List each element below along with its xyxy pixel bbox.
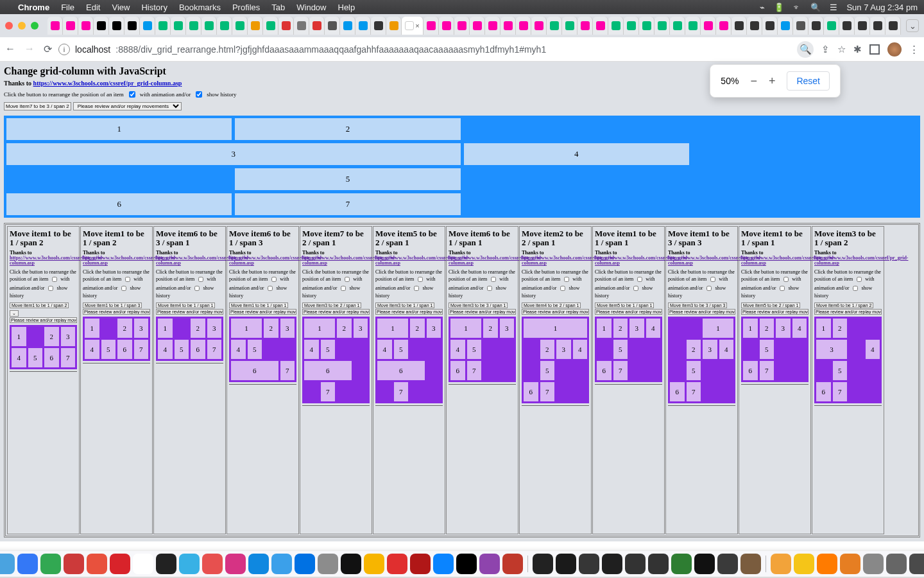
panel-move-button[interactable]: Move item4 to be 1 / span 1: [156, 302, 215, 308]
panel-move-button[interactable]: Move item5 to be 1 / span 1: [595, 302, 654, 308]
panel-anim-checkbox[interactable]: [564, 277, 569, 282]
panel-anim-checkbox[interactable]: [491, 277, 496, 282]
browser-tab[interactable]: [248, 17, 263, 35]
browser-tab[interactable]: [716, 17, 732, 35]
browser-tab[interactable]: [516, 17, 531, 35]
thanks-link[interactable]: https://www.w3schools.com/cssref/pr_grid…: [33, 80, 182, 87]
panel-replay-select[interactable]: Please review and/or replay movemt: [229, 309, 296, 315]
panel-replay-select[interactable]: Please review and/or replay movemt: [449, 309, 516, 315]
panel-move-button[interactable]: Move item1 to be 1 / span 3: [83, 302, 142, 308]
browser-tab[interactable]: [109, 17, 124, 35]
chrome-menu-icon[interactable]: ⋮: [909, 44, 919, 55]
browser-tab[interactable]: [124, 17, 140, 35]
panel-replay-select[interactable]: Please review and/or replay movemt: [156, 309, 223, 315]
close-window-button[interactable]: [5, 22, 13, 30]
panel-move-button[interactable]: Move item1 to be 1 / span 1: [229, 302, 288, 308]
menu-view[interactable]: View: [112, 3, 130, 12]
browser-tab[interactable]: [531, 17, 547, 35]
browser-tab[interactable]: [747, 17, 762, 35]
browser-tab[interactable]: [485, 17, 501, 35]
panel-hist-checkbox[interactable]: [194, 286, 200, 291]
panel-anim-checkbox[interactable]: [271, 277, 277, 282]
panel-hist-checkbox[interactable]: [633, 286, 638, 291]
browser-tab[interactable]: [639, 17, 654, 35]
browser-tab[interactable]: [140, 17, 155, 35]
zoom-indicator-icon[interactable]: 🔍: [797, 41, 814, 58]
menu-window[interactable]: Window: [296, 3, 326, 12]
spotlight-search-icon[interactable]: 🔍: [810, 3, 821, 12]
browser-tab[interactable]: [439, 17, 454, 35]
browser-tab[interactable]: [654, 17, 670, 35]
zoom-reset-button[interactable]: Reset: [787, 71, 830, 91]
panel-replay-select[interactable]: Please review and/or replay movemt: [741, 309, 809, 315]
menubar-clock[interactable]: Sun 7 Aug 2:34 pm: [846, 3, 918, 12]
panel-replay-select[interactable]: Please review and/or replay movemt: [375, 309, 443, 315]
browser-tab[interactable]: [547, 17, 562, 35]
panel-hist-checkbox[interactable]: [780, 286, 785, 291]
browser-tab[interactable]: [732, 17, 747, 35]
bluetooth-icon[interactable]: ⌁: [760, 3, 765, 12]
site-info-icon[interactable]: i: [58, 44, 70, 55]
close-tab-icon[interactable]: ×: [415, 22, 419, 30]
back-button[interactable]: ←: [5, 43, 15, 55]
extensions-icon[interactable]: ✱: [853, 44, 862, 55]
panel-hist-checkbox[interactable]: [487, 286, 492, 291]
bookmark-star-icon[interactable]: ☆: [837, 44, 846, 55]
browser-tab[interactable]: [94, 17, 109, 35]
battery-icon[interactable]: 🔋: [774, 3, 784, 12]
browser-tab[interactable]: [424, 17, 439, 35]
panel-anim-checkbox[interactable]: [345, 277, 350, 282]
sidepanel-icon[interactable]: [869, 44, 880, 55]
panel-extra-select[interactable]: ⌄: [10, 310, 19, 317]
menubar-app[interactable]: Chrome: [18, 3, 49, 12]
panel-anim-checkbox[interactable]: [783, 277, 789, 282]
browser-tab[interactable]: [578, 17, 593, 35]
panel-hist-checkbox[interactable]: [853, 286, 858, 291]
reload-button[interactable]: ⟳: [44, 43, 52, 55]
panel-hist-checkbox[interactable]: [414, 286, 419, 291]
menu-bookmarks[interactable]: Bookmarks: [179, 3, 221, 12]
browser-tab[interactable]: [263, 17, 278, 35]
browser-tab[interactable]: [470, 17, 485, 35]
panel-hist-checkbox[interactable]: [121, 286, 126, 291]
menu-edit[interactable]: Edit: [86, 3, 100, 12]
panel-move-button[interactable]: Move item3 to be 1 / span 1: [375, 302, 434, 308]
wifi-icon[interactable]: ᯤ: [793, 3, 801, 12]
replay-select[interactable]: Please review and/or replay movements: [73, 102, 182, 110]
panel-move-button[interactable]: Move item3 to be 3 / span 3: [668, 302, 727, 308]
panel-hist-checkbox[interactable]: [48, 286, 53, 291]
panel-anim-checkbox[interactable]: [710, 277, 715, 282]
panel-anim-checkbox[interactable]: [125, 277, 130, 282]
fullscreen-window-button[interactable]: [31, 22, 38, 30]
panel-replay-select[interactable]: Please review and/or replay movemt: [668, 309, 735, 315]
browser-tab[interactable]: [624, 17, 639, 35]
tabs-overflow-button[interactable]: ⌄: [906, 19, 919, 32]
panel-replay-select[interactable]: Please review and/or replay movemt: [10, 317, 77, 323]
browser-tab[interactable]: [217, 17, 232, 35]
panel-move-button[interactable]: Move item3 to be 2 / span 1: [302, 302, 361, 308]
browser-tab[interactable]: [78, 17, 94, 35]
control-center-icon[interactable]: ☰: [830, 3, 837, 12]
minimize-window-button[interactable]: [18, 22, 26, 30]
browser-tab[interactable]: [63, 17, 78, 35]
browser-tab[interactable]: [778, 17, 793, 35]
browser-tab[interactable]: [155, 17, 171, 35]
browser-tab[interactable]: [793, 17, 809, 35]
zoom-in-button[interactable]: +: [769, 74, 776, 88]
omnibox[interactable]: i localhost:8888/div_grid_rearrange.html…: [58, 44, 791, 55]
panel-move-button[interactable]: Move item1 to be 1 / span 2: [10, 302, 69, 308]
browser-tab[interactable]: [855, 17, 870, 35]
browser-tab[interactable]: [762, 17, 778, 35]
panel-move-button[interactable]: Move item4 to be 2 / span 1: [522, 302, 581, 308]
forward-button[interactable]: →: [24, 43, 35, 55]
browser-tab[interactable]: [685, 17, 701, 35]
browser-tab[interactable]: [809, 17, 824, 35]
browser-tab[interactable]: [454, 17, 470, 35]
browser-tab[interactable]: [278, 17, 294, 35]
panel-anim-checkbox[interactable]: [637, 277, 642, 282]
panel-move-button[interactable]: Move item3 to be 3 / span 1: [449, 302, 508, 308]
browser-tab[interactable]: [886, 17, 901, 35]
menu-help[interactable]: Help: [338, 3, 355, 12]
panel-anim-checkbox[interactable]: [198, 277, 203, 282]
panel-anim-checkbox[interactable]: [418, 277, 423, 282]
